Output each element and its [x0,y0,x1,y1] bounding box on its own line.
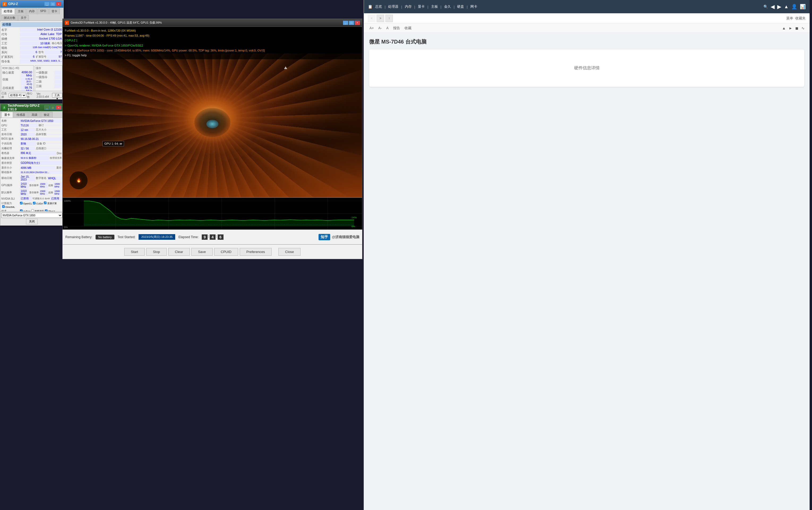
second-nav-right-icon[interactable]: ▶ [777,3,781,10]
cpuz-row-ext-family: 扩展系列 6 扩展型号 97 [1,55,62,59]
menu-right-tools: ▲ ► ◼ ∿ [781,25,806,31]
second-nav-left-icon[interactable]: ◀ [771,3,775,10]
gpuz-close-btn[interactable]: × [56,105,61,110]
cpuz-tab-memory[interactable]: 内存 [27,8,37,15]
elapsed-hours: 9 [202,234,208,240]
second-toolbar-favorites[interactable]: 收藏夹 [795,16,806,21]
cpuz-row-family: 系列 6 型号 7 [1,51,62,54]
second-search-icon[interactable]: 🔍 [763,4,768,9]
gpuz-bottom: NVIDIA GeForce GTX 1650 关闭 [0,211,63,225]
furmark-info-line-6: > F1: toggle help [65,53,360,58]
cpuz-title-text: CPU-Z [8,2,18,6]
cpuz-tab-bench[interactable]: 测试分数 [1,15,18,21]
cpuz-l1-instr: 一级指令 [36,75,61,79]
gpuz-content: 名称 NVIDIA GeForce GTX 1650 GPU TU116 修订 … [0,118,63,218]
furmark-title-left: F Geeks3D FurMark v1.30.0.0 - 49帧, GPU1 … [65,21,162,25]
gpuz-opencl-check[interactable]: OpenCL [20,202,32,205]
gpuz-tab-sensors[interactable]: 传感器 [13,112,28,118]
clear-button[interactable]: Clear [168,248,190,256]
furmark-graph-area: 100% 0% 14% 0% [63,198,362,229]
menu-icon-4[interactable]: ∿ [800,25,806,31]
gpuz-tab-advanced[interactable]: 高级 [29,112,40,118]
gpuz-minimize-btn[interactable]: _ [44,105,50,110]
second-app-panel: 📋 总览 | 处理器 | 内存 | 显卡 | 主板 | 金久 | 硬盘 | 网卡… [364,0,810,510]
nav-up-button[interactable]: ↑ [385,15,393,22]
cpuz-tab-video[interactable]: 登卡 [49,8,60,15]
preferences-button[interactable]: Preferences [240,248,271,256]
furmark-maximize-btn[interactable]: □ [349,21,354,25]
elapsed-label: Elapsed Time: [178,235,199,239]
furmark-close-btn[interactable]: × [355,21,360,25]
furmark-titlebar[interactable]: F Geeks3D FurMark v1.30.0.0 - 49帧, GPU1 … [63,19,362,27]
gpuz-titlebar[interactable]: Z TechPowerUp GPU-Z 2.51.0 _ □ × [0,104,63,111]
cpuz-processor-selector[interactable]: 处理器 #1 [9,93,26,98]
menu-icon-2[interactable]: ► [788,25,793,31]
menu-item-a-decrease[interactable]: A- [377,25,383,31]
gpuz-cuda-check[interactable]: CUDA [33,202,43,205]
save-button[interactable]: Save [192,248,213,256]
menu-item-zoom[interactable]: A [385,25,390,31]
menu-icon-1[interactable]: ▲ [781,25,787,31]
gpuz-close-button[interactable]: 关闭 [26,219,38,224]
furmark-lava-bg: 🔥 [63,53,362,198]
gpuz-maximize-btn[interactable]: □ [50,105,56,110]
furmark-minimize-btn[interactable]: _ [343,21,348,25]
gpuz-directml-check[interactable]: DirectML [2,205,15,208]
test-started-value: 2023/2/5(周日) 16:23:35 [139,234,175,240]
furmark-status-bar: Remaining Battery: No battery Test Start… [62,230,362,245]
furmark-info-line-2: Frames:11987 - time:00:04:06 - FPS:49 (m… [65,33,360,38]
nav-back-button[interactable]: < [368,15,375,22]
second-nav-video[interactable]: 显卡 [418,4,425,9]
cpuz-maximize-btn[interactable]: □ [50,2,56,6]
stop-button[interactable]: Stop [146,248,167,256]
gpuz-close-row: 关闭 [1,219,62,224]
second-nav-zulan[interactable]: 处理器 [388,4,399,9]
second-nav-storage[interactable]: 金久 [444,4,451,9]
second-nav-motherboard[interactable]: 主板 [431,4,438,9]
gpuz-bottom-row: NVIDIA GeForce GTX 1650 [1,213,62,218]
second-nav-up-icon[interactable]: ▲ [784,4,789,9]
cpuz-row-codename: 代号 Alder Lake TDP [1,32,62,36]
cpuz-title-left: Z CPU-Z [2,2,18,6]
gpuz-title-left: Z TechPowerUp GPU-Z 2.51.0 [2,104,44,111]
menu-item-report[interactable]: 报告 [392,25,402,32]
furmark-icon: F [65,21,69,25]
cpuz-tab-spd[interactable]: SPD [38,8,49,15]
cpuz-row-name: 名字 Intel Core i3 12100 [1,28,62,32]
cpuz-tab-motherboard[interactable]: 主板 [16,8,26,15]
menu-icon-3[interactable]: ◼ [794,25,800,31]
second-nav-memory[interactable]: 内存 [405,4,412,9]
menu-item-collect[interactable]: 收藏 [403,25,413,32]
cpuz-content: 处理器 名字 Intel Core i3 12100 代号 Alder Lake… [0,21,63,101]
cpuz-tab-processor[interactable]: 处理器 [1,8,15,15]
second-topbar-icon1[interactable]: 👤 [791,4,797,9]
cpuz-tools-button[interactable]: 工具 ▼ [52,93,62,98]
start-button[interactable]: Start [124,248,145,256]
gpuz-tabs: 显卡 传感器 高级 验证 [0,111,63,118]
zhihu-logo: 知乎 [319,234,330,240]
cpuz-minimize-btn[interactable]: _ [44,2,50,6]
test-started-label: Test Started: [118,235,135,239]
gpuz-gpu-selector[interactable]: NVIDIA GeForce GTX 1650 [1,213,62,218]
close-button[interactable]: Close [279,248,300,256]
cpuz-tab-about[interactable]: 关于 [18,15,29,21]
gpuz-directcompute-check[interactable]: 直接计算 [44,201,57,205]
zhihu-username: @济南猫猫爱电脑 [332,235,359,239]
gpuz-tab-validate[interactable]: 验证 [41,112,53,118]
second-app-toolbar-right: 菜单 收藏夹 [786,16,806,21]
svg-text:100%: 100% [64,199,71,202]
furmark-buttons-bar: Start Stop Clear Save CPUID Preferences … [62,245,362,259]
gpuz-tab-card[interactable]: 显卡 [1,112,13,118]
cpuid-button[interactable]: CPUID [214,248,238,256]
cpuz-window-controls: _ □ × [44,2,61,6]
second-toolbar-menu[interactable]: 菜单 [786,16,793,21]
furmark-info-line-3: [ GPU-Z ] [65,38,360,43]
gpuz-icon: Z [2,105,6,110]
nav-forward-button[interactable]: > [377,15,384,22]
second-nav-hardware[interactable]: 网卡 [470,4,477,9]
cpuz-close-btn[interactable]: × [56,2,61,6]
menu-item-a-increase[interactable]: A+ [368,25,375,31]
second-topbar-icon2[interactable]: 📊 [800,4,806,9]
cpuz-titlebar[interactable]: Z CPU-Z _ □ × [0,0,63,8]
second-nav-network[interactable]: 硬盘 [457,4,464,9]
